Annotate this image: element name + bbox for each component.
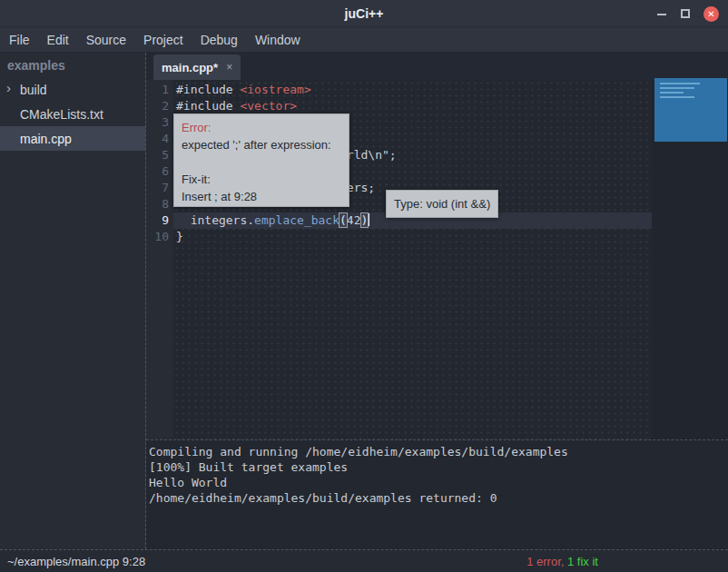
menu-item-edit[interactable]: Edit	[47, 33, 69, 47]
project-name: examples	[0, 53, 145, 77]
terminal-line: Compiling and running /home/eidheim/exam…	[149, 444, 728, 459]
terminal-output[interactable]: Compiling and running /home/eidheim/exam…	[146, 439, 728, 549]
code-token: #include	[176, 99, 240, 113]
tab-main-cpp[interactable]: main.cpp* ×	[153, 54, 241, 80]
code-token: (	[339, 213, 347, 227]
sidebar-item-build[interactable]: ›build	[0, 77, 145, 102]
menu-bar: FileEditSourceProjectDebugWindow	[0, 27, 728, 53]
title-bar[interactable]: juCi++ ✕	[0, 0, 728, 27]
line-number: 2	[146, 98, 173, 114]
line-number: 6	[146, 163, 173, 180]
minimap-line	[660, 87, 694, 89]
main-area: examples ›buildCMakeLists.txtmain.cpp ma…	[0, 53, 728, 549]
maximize-icon[interactable]	[681, 9, 690, 18]
code-token: <iostream>	[240, 83, 310, 96]
line-number: 4	[146, 131, 173, 147]
code-token: emplace_back	[254, 213, 339, 227]
fixit-message: Insert ; at 9:28	[182, 188, 341, 205]
text-caret	[368, 213, 369, 226]
error-title: Error:	[182, 119, 341, 136]
tab-bar: main.cpp* ×	[146, 53, 728, 80]
code-token: }	[176, 230, 183, 243]
code-token: )	[361, 213, 369, 227]
tab-close-icon[interactable]: ×	[226, 61, 232, 74]
tab-label: main.cpp*	[162, 61, 218, 74]
tree-item-label: CMakeLists.txt	[20, 107, 103, 122]
code-token: #include	[176, 83, 240, 96]
terminal-line: [100%] Built target examples	[149, 459, 728, 475]
line-number: 3	[146, 114, 173, 131]
file-tree: ›buildCMakeLists.txtmain.cpp	[0, 77, 145, 151]
sidebar-item-main-cpp[interactable]: main.cpp	[0, 126, 145, 151]
tooltip-spacer	[182, 153, 341, 171]
line-number: 8	[146, 196, 173, 212]
menu-item-debug[interactable]: Debug	[201, 33, 238, 47]
editor-pane: main.cpp* × 12345678910 #include <iostre…	[145, 53, 728, 549]
code-line[interactable]: }	[176, 229, 652, 245]
error-message: expected ';' after expression:	[182, 136, 341, 153]
code-line[interactable]: #include <vector>	[176, 98, 652, 114]
minimap-line	[660, 92, 684, 94]
fixit-count: 1 fix it	[567, 555, 598, 568]
menu-item-source[interactable]: Source	[86, 33, 126, 47]
diagnostic-tooltip: Error: expected ';' after expression: Fi…	[173, 113, 349, 207]
code-token: integers.	[176, 213, 254, 227]
minimize-icon[interactable]	[656, 9, 667, 19]
code-line[interactable]: #include <iostream>	[176, 82, 652, 98]
code-token: <vector>	[240, 99, 297, 113]
minimap-line	[660, 83, 700, 84]
line-number: 5	[146, 147, 173, 163]
window-controls: ✕	[656, 0, 719, 27]
status-bar: ~/examples/main.cpp 9:28 1 error, 1 fix …	[0, 549, 728, 572]
diagnostic-separator: ,	[561, 555, 567, 568]
menu-item-file[interactable]: File	[9, 33, 30, 47]
sidebar-item-cmakelists-txt[interactable]: CMakeLists.txt	[0, 102, 145, 126]
chevron-right-icon[interactable]: ›	[6, 80, 11, 95]
menu-item-window[interactable]: Window	[255, 33, 300, 47]
line-number: 7	[146, 180, 173, 196]
error-count: 1 error	[526, 555, 561, 568]
source-editor[interactable]: 12345678910 #include <iostream>#include …	[146, 80, 728, 439]
overview-strip[interactable]	[652, 80, 728, 439]
line-number: 1	[146, 82, 173, 98]
fixit-title: Fix-it:	[182, 171, 341, 188]
file-tree-sidebar: examples ›buildCMakeLists.txtmain.cpp	[0, 53, 145, 549]
tree-item-label: build	[20, 83, 47, 97]
window-title: juCi++	[345, 6, 384, 21]
terminal-line: /home/eidheim/examples/build/examples re…	[149, 490, 728, 506]
line-number: 10	[146, 229, 173, 245]
code-token: 42	[347, 213, 361, 227]
gutter: 12345678910	[146, 80, 173, 439]
status-file-location: ~/examples/main.cpp 9:28	[0, 555, 145, 568]
line-number: 9	[146, 212, 173, 229]
type-tooltip: Type: void (int &&)	[386, 190, 498, 218]
status-diagnostics: 1 error, 1 fix it	[526, 555, 598, 568]
tree-item-label: main.cpp	[20, 132, 72, 146]
terminal-line: Hello World	[149, 475, 728, 490]
close-icon[interactable]: ✕	[703, 6, 719, 22]
minimap-line	[660, 96, 694, 98]
minimap[interactable]	[654, 78, 727, 142]
menu-item-project[interactable]: Project	[143, 33, 183, 47]
